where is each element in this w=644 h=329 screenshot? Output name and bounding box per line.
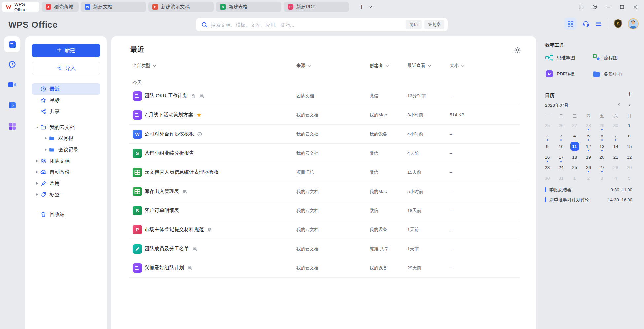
sidebar-item-my-cloud-docs[interactable]: 我的云文档 xyxy=(32,122,100,133)
tab-docer-mall[interactable]: 稻壳商城 xyxy=(42,2,79,12)
calendar-day[interactable]: 25 xyxy=(540,120,554,131)
calendar-day[interactable]: 28 xyxy=(609,162,623,173)
sidebar-item-auto-backup[interactable]: 自动备份 xyxy=(32,166,100,178)
calendar-day[interactable]: 5 xyxy=(582,131,596,141)
rail-item-calendar[interactable]: 7 xyxy=(0,101,24,111)
calendar-day[interactable]: 2 xyxy=(582,173,596,183)
calendar-day[interactable]: 15 xyxy=(623,141,636,152)
filter-creator[interactable]: 创建者 xyxy=(370,63,389,69)
expander-right-icon[interactable] xyxy=(34,182,40,185)
calendar-day[interactable]: 4 xyxy=(568,131,582,141)
minimize-button[interactable] xyxy=(601,0,615,14)
calendar-day[interactable]: 27 xyxy=(568,120,582,131)
calendar-day[interactable]: 26 xyxy=(554,120,568,131)
calendar-day[interactable]: 24 xyxy=(554,162,568,173)
sidebar-item-meeting-notes[interactable]: 会议记录 xyxy=(32,144,100,155)
calendar-day[interactable]: 18 xyxy=(568,152,582,162)
add-event-button[interactable]: + xyxy=(628,90,632,98)
calendar-event[interactable]: 新季度学习计划讨论14:30–16:00 xyxy=(545,195,632,205)
file-row[interactable]: S客户订单明细表我的云文档微信18天前– xyxy=(129,201,520,220)
tab-list-chevron-icon[interactable] xyxy=(369,5,373,8)
calendar-event[interactable]: 季度总结会9:30–11:00 xyxy=(545,185,632,195)
filter-type[interactable]: 全部类型 xyxy=(133,63,156,69)
calendar-day[interactable]: 7 xyxy=(609,131,623,141)
tool-pdf-convert[interactable]: PPDF转换 xyxy=(545,70,575,79)
import-button[interactable]: 导入 xyxy=(32,62,100,75)
file-row[interactable]: 库存出入管理表我的云文档我的Mac5小时前– xyxy=(129,182,520,201)
calendar-day[interactable]: 28 xyxy=(582,120,596,131)
file-row[interactable]: P市场主体登记提交材料规范我的云文档我的设备1天前– xyxy=(129,220,520,239)
search-tag-resume[interactable]: 简历 xyxy=(406,20,422,29)
expander-right-icon[interactable] xyxy=(43,148,48,151)
calendar-day[interactable]: 3 xyxy=(554,131,568,141)
sidebar-item-shared[interactable]: 共享 xyxy=(32,106,100,117)
calendar-day[interactable]: 16 xyxy=(540,152,554,162)
calendar-day[interactable]: 19 xyxy=(582,152,596,162)
calendar-day[interactable]: 17 xyxy=(554,152,568,162)
filter-viewed[interactable]: 最近查看 xyxy=(407,63,431,69)
file-row[interactable]: 团队成员及分工名单我的云文档陈旭 共享1天前– xyxy=(129,239,520,258)
settings-gear-icon[interactable] xyxy=(514,47,521,55)
calendar-day[interactable]: 13 xyxy=(595,141,609,152)
sidebar-item-recycle-bin[interactable]: 回收站 xyxy=(32,209,100,220)
file-row[interactable]: 团队 OKR 工作计划团队文档微信13分钟前– xyxy=(129,86,520,105)
filter-size[interactable]: 大小 xyxy=(450,63,465,69)
member-badge-icon[interactable]: S xyxy=(614,19,622,28)
search-tag-proposal[interactable]: 策划案 xyxy=(424,20,444,29)
calendar-day[interactable]: 26 xyxy=(582,162,596,173)
calendar-day[interactable]: 25 xyxy=(568,162,582,173)
calendar-day[interactable]: 4 xyxy=(609,173,623,183)
calendar-day[interactable]: 6 xyxy=(595,131,609,141)
expander-right-icon[interactable] xyxy=(34,193,40,196)
calendar-day[interactable]: 2 xyxy=(540,131,554,141)
expander-right-icon[interactable] xyxy=(34,160,40,162)
tab-new-ppt[interactable]: P新建演示文稿 xyxy=(148,2,214,12)
tool-flowchart[interactable]: 流程图 xyxy=(592,53,618,63)
calendar-day[interactable]: 23 xyxy=(540,162,554,173)
new-tab-button[interactable]: + xyxy=(357,3,366,11)
sidebar-item-tags[interactable]: 标签 xyxy=(32,189,100,200)
rail-item-chat[interactable] xyxy=(0,60,24,70)
calendar-day[interactable]: 29 xyxy=(623,162,636,173)
calendar-prev-icon[interactable] xyxy=(616,102,622,107)
calendar-day[interactable]: 5 xyxy=(623,173,636,183)
calendar-day[interactable]: 30 xyxy=(540,173,554,183)
sidebar-item-bimonthly-report[interactable]: 双月报 xyxy=(32,133,100,144)
calendar-day[interactable]: 1 xyxy=(568,173,582,183)
calendar-day[interactable]: 1 xyxy=(623,120,636,131)
file-row[interactable]: 兴趣爱好组队计划我的云文档我的设备29天前– xyxy=(129,258,520,278)
tab-new-pdf[interactable]: P新建PDF xyxy=(284,2,349,12)
calendar-day[interactable]: 12 xyxy=(582,141,596,152)
tab-wps-home[interactable]: WPS Office xyxy=(2,2,39,12)
calendar-day[interactable]: 3 xyxy=(595,173,609,183)
tab-new-sheet[interactable]: S新建表格 xyxy=(216,2,281,12)
calendar-day[interactable]: 14 xyxy=(609,141,623,152)
rail-item-apps[interactable] xyxy=(0,122,24,132)
new-document-button[interactable]: 新建 xyxy=(32,44,100,57)
global-menu-icon[interactable] xyxy=(595,20,602,27)
file-row[interactable]: S营销小组业绩分析报告我的云文档微信4天前– xyxy=(129,144,520,163)
sidebar-item-recent[interactable]: 最近 xyxy=(32,83,100,95)
calendar-next-icon[interactable] xyxy=(627,102,632,107)
calendar-day[interactable]: 20 xyxy=(595,152,609,162)
calendar-day[interactable]: 21 xyxy=(609,152,623,162)
calendar-day[interactable]: 9 xyxy=(540,141,554,152)
mobile-device-icon[interactable] xyxy=(574,0,588,14)
file-row[interactable]: 云文档管人员信息统计表理器验收项目汇总微信15天前– xyxy=(129,163,520,182)
calendar-day[interactable]: 10 xyxy=(554,141,568,152)
workspace-cube-icon[interactable] xyxy=(588,0,601,14)
sidebar-item-starred[interactable]: 星标 xyxy=(32,95,100,106)
calendar-day-selected[interactable]: 11 xyxy=(568,141,582,152)
tab-new-doc[interactable]: W新建文档 xyxy=(81,2,146,12)
calendar-day[interactable]: 22 xyxy=(623,152,636,162)
sidebar-item-team-docs[interactable]: 团队文档 xyxy=(32,155,100,166)
tool-backup-center[interactable]: 备份中心 xyxy=(592,70,622,79)
calendar-day[interactable]: 8 xyxy=(623,131,636,141)
filter-source[interactable]: 来源 xyxy=(296,63,311,69)
rail-item-documents[interactable] xyxy=(0,40,24,50)
calendar-day[interactable]: 31 xyxy=(554,173,568,183)
search-bar[interactable]: 简历 策划案 xyxy=(196,18,448,31)
support-headset-icon[interactable] xyxy=(582,20,590,28)
sidebar-item-frequent[interactable]: 常用 xyxy=(32,178,100,189)
calendar-day[interactable]: 30 xyxy=(609,120,623,131)
